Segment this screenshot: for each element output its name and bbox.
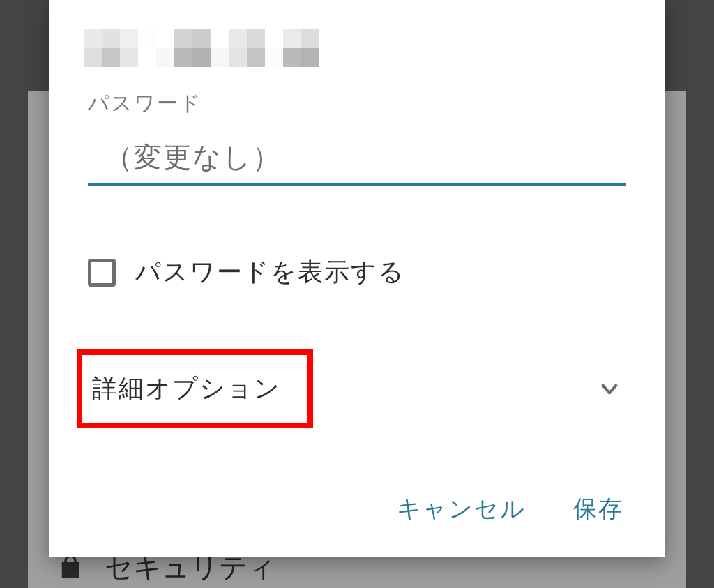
password-label: パスワード [88, 89, 626, 118]
cancel-button[interactable]: キャンセル [394, 488, 529, 531]
show-password-row[interactable]: パスワードを表示する [49, 255, 665, 289]
save-button[interactable]: 保存 [570, 488, 626, 531]
password-field-block: パスワード [49, 89, 665, 186]
show-password-checkbox[interactable] [88, 259, 116, 287]
wifi-edit-dialog: パスワード パスワードを表示する 詳細オプション キャンセル 保存 [49, 0, 665, 557]
password-input[interactable] [105, 142, 626, 173]
dialog-title-redacted [84, 29, 342, 67]
show-password-label: パスワードを表示する [135, 255, 405, 289]
dialog-title-area [49, 29, 665, 85]
dialog-actions: キャンセル 保存 [394, 488, 626, 531]
password-input-underline [88, 142, 626, 186]
advanced-options-label: 詳細オプション [92, 374, 281, 402]
advanced-options-highlight: 詳細オプション [77, 349, 313, 428]
chevron-down-icon [598, 378, 621, 400]
advanced-options-row[interactable]: 詳細オプション [49, 349, 665, 428]
